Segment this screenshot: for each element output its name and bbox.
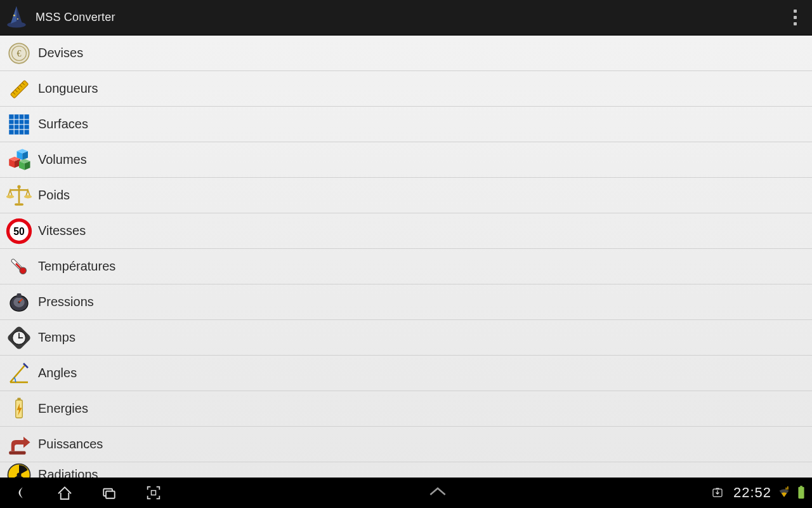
- action-bar: MSS Converter: [0, 0, 812, 36]
- svg-point-2: [17, 18, 18, 19]
- list-item-temperatures[interactable]: Températures: [0, 249, 812, 284]
- svg-rect-65: [798, 487, 804, 498]
- svg-point-1: [13, 14, 15, 16]
- wifi-speed-icon: [778, 486, 790, 499]
- svg-rect-3: [794, 10, 797, 13]
- ruler-icon: [4, 74, 34, 104]
- svg-rect-63: [152, 491, 156, 495]
- svg-point-34: [24, 195, 32, 198]
- back-icon: [11, 483, 30, 502]
- list-item-longueurs[interactable]: Longueurs: [0, 71, 812, 107]
- list-item-label: Radiations: [38, 467, 98, 478]
- clock-icon: [4, 323, 34, 353]
- list-item-vitesses[interactable]: 50 Vitesses: [0, 213, 812, 249]
- list-item-label: Energies: [38, 401, 88, 416]
- back-button[interactable]: [6, 479, 34, 507]
- list-item-surfaces[interactable]: Surfaces: [0, 107, 812, 142]
- svg-line-53: [10, 365, 25, 382]
- download-icon: [710, 485, 725, 500]
- list-item-radiations[interactable]: Radiations: [0, 462, 812, 478]
- list-item-label: Températures: [38, 259, 115, 274]
- svg-rect-56: [17, 398, 20, 400]
- angle-icon: [4, 358, 34, 389]
- list-item-temps[interactable]: Temps: [0, 320, 812, 356]
- svg-rect-66: [800, 486, 802, 487]
- svg-point-0: [7, 22, 25, 27]
- coin-icon: €: [4, 38, 34, 69]
- home-button[interactable]: [51, 479, 79, 507]
- speed-sign-icon: 50: [4, 216, 34, 246]
- list-item-devises[interactable]: € Devises: [0, 36, 812, 71]
- status-clock: 22:52: [733, 485, 771, 501]
- thermometer-icon: [4, 251, 34, 282]
- list-item-poids[interactable]: Poids: [0, 178, 812, 213]
- list-item-label: Devises: [38, 46, 83, 60]
- list-item-label: Longueurs: [38, 81, 98, 96]
- svg-rect-58: [9, 451, 25, 454]
- list-item-volumes[interactable]: Volumes: [0, 142, 812, 178]
- gauge-icon: [4, 287, 34, 318]
- battery-icon: [4, 394, 34, 424]
- list-item-label: Temps: [38, 330, 75, 345]
- recent-apps-icon: [100, 483, 119, 502]
- battery-status-icon: [797, 486, 806, 500]
- svg-rect-4: [794, 16, 797, 19]
- list-item-label: Pressions: [38, 295, 94, 309]
- grid-icon: [4, 109, 34, 140]
- list-item-puissances[interactable]: Puissances: [0, 427, 812, 462]
- home-icon: [55, 483, 74, 502]
- list-item-energies[interactable]: Energies: [0, 391, 812, 427]
- cubes-icon: [4, 145, 34, 175]
- svg-text:€: €: [17, 49, 22, 58]
- screenshot-button[interactable]: [140, 479, 167, 507]
- download-indicator[interactable]: [708, 479, 727, 507]
- svg-point-60: [17, 472, 22, 477]
- svg-point-36: [17, 185, 20, 188]
- list-item-label: Vitesses: [38, 224, 86, 238]
- svg-point-33: [6, 195, 14, 198]
- radiation-icon: [4, 460, 34, 478]
- overflow-menu-button[interactable]: [784, 3, 807, 33]
- svg-text:50: 50: [13, 226, 25, 237]
- expand-panel-button[interactable]: [425, 485, 450, 500]
- power-icon: [4, 429, 34, 460]
- list-item-label: Surfaces: [38, 117, 88, 131]
- svg-rect-62: [106, 491, 115, 498]
- recent-apps-button[interactable]: [95, 479, 123, 507]
- svg-rect-46: [17, 293, 22, 298]
- list-item-label: Puissances: [38, 437, 103, 451]
- scale-icon: [4, 180, 34, 211]
- screenshot-icon: [145, 484, 162, 502]
- svg-point-51: [18, 337, 20, 338]
- category-list: € Devises: [0, 36, 812, 478]
- list-item-label: Angles: [38, 366, 77, 380]
- app-title: MSS Converter: [36, 11, 115, 24]
- list-item-label: Poids: [38, 188, 70, 203]
- list-item-label: Volumes: [38, 152, 87, 167]
- list-item-pressions[interactable]: Pressions: [0, 284, 812, 320]
- wizard-hat-icon: [3, 4, 30, 32]
- system-nav-bar: 22:52: [0, 478, 812, 508]
- category-list-container[interactable]: € Devises: [0, 36, 812, 478]
- list-item-angles[interactable]: Angles: [0, 356, 812, 391]
- expand-up-icon: [425, 485, 450, 498]
- overflow-menu-icon: [789, 7, 802, 29]
- svg-rect-5: [794, 22, 797, 25]
- svg-rect-35: [15, 203, 23, 206]
